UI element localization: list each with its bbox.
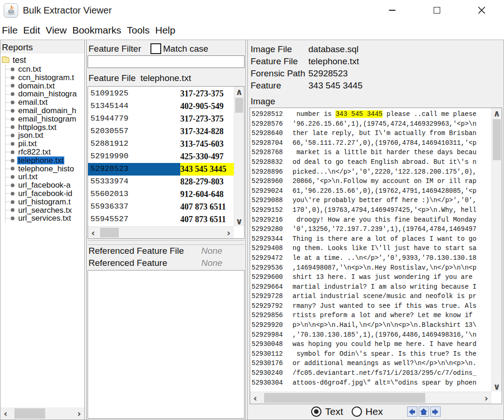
- scroll-down-icon[interactable]: ∨: [234, 216, 244, 226]
- minimize-button[interactable]: [370, 0, 415, 20]
- tree-root-test[interactable]: test: [0, 55, 84, 65]
- feature-list-hscrollbar[interactable]: ‹ ›: [88, 226, 234, 238]
- feature-value-cell: 828-279-803: [180, 176, 234, 188]
- scroll-right-icon[interactable]: ›: [74, 407, 84, 420]
- tree-connector: [6, 218, 10, 219]
- feature-row[interactable]: 51091925317-273-375: [88, 88, 234, 100]
- main-area: Reports test ccn.txtccn_histogram.tdomai…: [0, 40, 504, 420]
- tree-item-telephone.txt[interactable]: telephone.txt: [6, 156, 84, 165]
- menu-view[interactable]: View: [45, 25, 67, 36]
- scroll-left-icon[interactable]: ‹: [88, 227, 98, 238]
- tree-item-label: httplogs.txt: [17, 123, 57, 132]
- tree-item-httplogs.txt[interactable]: httplogs.txt: [6, 123, 84, 132]
- referenced-feature-list[interactable]: [88, 270, 245, 419]
- tree-item-email-domain-h[interactable]: email_domain_h: [6, 107, 84, 115]
- scroll-up-icon[interactable]: ∧: [492, 108, 502, 118]
- scroll-left-icon[interactable]: ‹: [250, 392, 260, 404]
- match-case-checkbox[interactable]: [150, 43, 161, 54]
- dump-text: artial industrial scene/music and neofol…: [293, 292, 477, 300]
- tree-item-url.txt[interactable]: url.txt: [6, 173, 84, 181]
- reports-hscrollbar[interactable]: ‹ ›: [0, 407, 84, 420]
- menu-bookmarks[interactable]: Bookmarks: [72, 25, 122, 36]
- forensic-path-cell: 52881912: [88, 138, 180, 150]
- tree-item-label: rfc822.txt: [17, 148, 52, 156]
- tree-item-label: telephone.txt: [17, 156, 64, 165]
- scroll-right-icon[interactable]: ›: [224, 227, 234, 238]
- folder-icon: [2, 57, 9, 63]
- leaf-bullet-icon: [11, 117, 14, 121]
- tree-item-telephone-histo[interactable]: telephone_histo: [6, 165, 84, 173]
- tree-item-url-histogram.t[interactable]: url_histogram.t: [6, 198, 84, 206]
- feature-row[interactable]: 55936337407 873 6511: [88, 201, 234, 213]
- feature-row[interactable]: 52030557317-324-828: [88, 125, 234, 138]
- menu-help[interactable]: Help: [155, 25, 176, 36]
- scrollbar-thumb[interactable]: [100, 228, 119, 237]
- info-value: telephone.txt: [308, 56, 359, 67]
- back-button[interactable]: [407, 406, 417, 417]
- tree-item-url-searches.tx[interactable]: url_searches.tx: [6, 206, 84, 215]
- dump-text: ,1469498087,'\n<p>\n.Hey Rostislav,\n</p…: [293, 264, 477, 271]
- tree-item-domain.txt[interactable]: domain.txt: [6, 82, 84, 90]
- home-button[interactable]: [419, 406, 429, 417]
- feature-row[interactable]: 52928523343 545 3445: [88, 163, 234, 176]
- feature-row[interactable]: 51345144402-905-549: [88, 100, 234, 113]
- tree-item-ccn.txt[interactable]: ccn.txt: [6, 65, 84, 74]
- referenced-feature-file-label: Referenced Feature File: [89, 246, 201, 256]
- maximize-button[interactable]: [415, 0, 459, 20]
- scroll-up-icon[interactable]: ∧: [234, 87, 244, 97]
- menu-tools[interactable]: Tools: [126, 25, 150, 36]
- tree-connector: [6, 86, 10, 86]
- scrollbar-thumb[interactable]: [493, 119, 501, 160]
- feature-row[interactable]: 55602013912-604-648: [88, 188, 234, 201]
- tree-item-domain-histogra[interactable]: domain_histogra: [6, 90, 84, 98]
- split-divider-horizontal[interactable]: [88, 240, 245, 245]
- dump-text: shirt 13 here. I was just wondering if y…: [293, 273, 472, 281]
- tree-item-ccn-histogram.t[interactable]: ccn_histogram.t: [6, 74, 84, 82]
- close-button[interactable]: [459, 0, 504, 20]
- scroll-left-icon[interactable]: ‹: [0, 407, 11, 420]
- tree-item-url-services.txt[interactable]: url_services.txt: [6, 214, 84, 223]
- dump-text: p>\n\n<p>\n.Hail,\n</p>\n\n<p>\n.Blacksh…: [293, 321, 477, 329]
- dump-line: 52929216 droogy! How are you this fine b…: [252, 215, 491, 225]
- feature-filter-input[interactable]: [88, 55, 245, 68]
- close-icon: [477, 6, 486, 14]
- tree-item-rfc822.txt[interactable]: rfc822.txt: [6, 148, 84, 156]
- feature-row[interactable]: 55333974828-279-803: [88, 176, 234, 188]
- text-radio[interactable]: [311, 406, 321, 417]
- tree-connector: [6, 69, 10, 69]
- image-hscrollbar[interactable]: ‹ ›: [250, 392, 491, 404]
- scrollbar-thumb[interactable]: [264, 393, 425, 403]
- dump-line: 52929536,1469498087,'\n<p>\n.Hey Rostisl…: [252, 263, 491, 273]
- tree-connector: [6, 110, 10, 111]
- tree-connector: [6, 177, 10, 177]
- feature-row[interactable]: 51944779317-273-375: [88, 113, 234, 125]
- hex-radio-label[interactable]: Hex: [366, 406, 383, 417]
- feature-list-vscrollbar[interactable]: ∧ ∨: [234, 87, 244, 226]
- hex-radio[interactable]: [352, 406, 362, 417]
- tree-item-email.txt[interactable]: email.txt: [6, 98, 84, 107]
- tree-item-url-facebook-id[interactable]: url_facebook-id: [6, 190, 84, 198]
- forward-button[interactable]: [430, 406, 441, 417]
- scrollbar-thumb[interactable]: [14, 408, 45, 419]
- tree-item-url-facebook-a[interactable]: url_facebook-a: [6, 181, 84, 190]
- text-radio-label[interactable]: Text: [325, 406, 343, 417]
- image-dump[interactable]: 52928512 number is 343 545 3445 please .…: [252, 109, 491, 391]
- menu-file[interactable]: File: [1, 25, 18, 36]
- dump-line: 52929856rtists preform a lot and where? …: [252, 311, 491, 320]
- scrollbar-thumb[interactable]: [235, 98, 243, 113]
- feature-row[interactable]: 55945527407 873 6511: [88, 213, 234, 226]
- feature-row[interactable]: 52881912313-745-603: [88, 138, 234, 150]
- dump-text: '96.226.15.66',1),(19745,4724,1469329963…: [293, 120, 477, 128]
- dump-offset: 52929728: [252, 291, 293, 301]
- dump-line: 52929344Thing is there are a lot of plac…: [252, 234, 491, 244]
- menu-edit[interactable]: Edit: [23, 25, 41, 36]
- tree-item-json.txt[interactable]: json.txt: [6, 131, 84, 140]
- scroll-down-icon[interactable]: ∨: [492, 381, 502, 392]
- image-vscrollbar[interactable]: ∧ ∨: [491, 108, 502, 392]
- scroll-right-icon[interactable]: ›: [481, 392, 491, 404]
- tree-item-email-histogram[interactable]: email_histogram: [6, 115, 84, 123]
- info-label: Forensic Path: [251, 68, 308, 79]
- match-case-label[interactable]: Match case: [163, 44, 208, 54]
- feature-row[interactable]: 52919990425-330-497: [88, 150, 234, 163]
- tree-item-pii.txt[interactable]: pii.txt: [6, 140, 84, 148]
